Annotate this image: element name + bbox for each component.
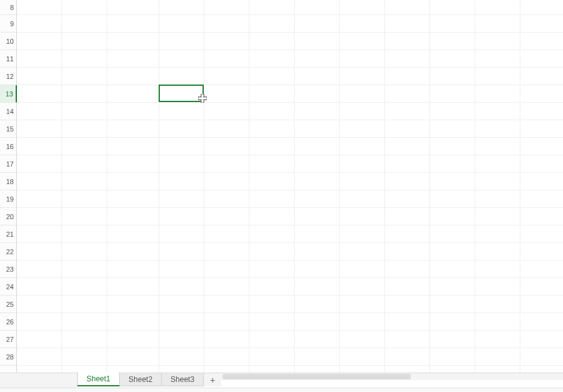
sheet-tab-sheet1[interactable]: Sheet1	[77, 372, 120, 386]
cell[interactable]	[159, 68, 204, 85]
cell[interactable]	[159, 348, 204, 366]
row-header[interactable]: 18	[0, 173, 17, 190]
row-header[interactable]: 13	[0, 85, 17, 103]
cell[interactable]	[17, 260, 62, 278]
row-header[interactable]: 15	[0, 120, 17, 138]
row-header[interactable]: 10	[0, 33, 17, 50]
cell[interactable]	[107, 190, 159, 208]
cell[interactable]	[62, 85, 107, 103]
cell[interactable]	[17, 120, 62, 138]
row-header[interactable]: 17	[0, 155, 17, 173]
cell[interactable]	[250, 138, 295, 155]
cell[interactable]	[475, 103, 520, 120]
cell[interactable]	[295, 190, 340, 208]
cell[interactable]	[520, 120, 563, 138]
cell[interactable]	[62, 225, 107, 243]
cell[interactable]	[430, 278, 475, 296]
cell[interactable]	[520, 278, 563, 296]
cell[interactable]	[475, 331, 520, 348]
cell[interactable]	[340, 0, 385, 15]
cell[interactable]	[250, 15, 295, 33]
cell[interactable]	[385, 138, 430, 155]
cell[interactable]	[385, 103, 430, 120]
cell[interactable]	[385, 155, 430, 173]
cell[interactable]	[430, 313, 475, 331]
cell[interactable]	[250, 366, 295, 373]
cell[interactable]	[17, 103, 62, 120]
cell[interactable]	[430, 50, 475, 68]
cell[interactable]	[295, 296, 340, 313]
cell[interactable]	[520, 0, 563, 15]
cell[interactable]	[17, 85, 62, 103]
cell[interactable]	[430, 85, 475, 103]
cell[interactable]	[385, 366, 430, 373]
cell[interactable]	[475, 68, 520, 85]
cell[interactable]	[107, 296, 159, 313]
cell[interactable]	[430, 0, 475, 15]
cell[interactable]	[295, 260, 340, 278]
cell[interactable]	[430, 68, 475, 85]
cell[interactable]	[204, 225, 250, 243]
add-sheet-button[interactable]: +	[204, 373, 221, 386]
cell[interactable]	[340, 33, 385, 50]
cell[interactable]	[62, 348, 107, 366]
cell[interactable]	[385, 0, 430, 15]
cell[interactable]	[107, 208, 159, 225]
cell[interactable]	[475, 348, 520, 366]
cell[interactable]	[204, 366, 250, 373]
cell[interactable]	[159, 50, 204, 68]
cell[interactable]	[204, 190, 250, 208]
cell[interactable]	[17, 173, 62, 190]
cell[interactable]	[204, 33, 250, 50]
cell[interactable]	[204, 155, 250, 173]
cell[interactable]	[159, 190, 204, 208]
cell[interactable]	[475, 296, 520, 313]
cell[interactable]	[475, 85, 520, 103]
cell[interactable]	[250, 85, 295, 103]
cell[interactable]	[159, 260, 204, 278]
cell[interactable]	[520, 366, 563, 373]
cell[interactable]	[250, 278, 295, 296]
cell[interactable]	[250, 348, 295, 366]
cell[interactable]	[17, 225, 62, 243]
cell[interactable]	[385, 68, 430, 85]
cell[interactable]	[62, 33, 107, 50]
cell[interactable]	[250, 155, 295, 173]
cell[interactable]	[475, 138, 520, 155]
cell[interactable]	[62, 155, 107, 173]
cell[interactable]	[430, 190, 475, 208]
cell[interactable]	[250, 120, 295, 138]
row-header[interactable]	[0, 366, 17, 373]
cell[interactable]	[204, 260, 250, 278]
cell[interactable]	[204, 296, 250, 313]
cell[interactable]	[340, 260, 385, 278]
cell[interactable]	[430, 243, 475, 260]
cell[interactable]	[385, 208, 430, 225]
cell[interactable]	[475, 225, 520, 243]
cell[interactable]	[520, 208, 563, 225]
cell[interactable]	[17, 15, 62, 33]
cell[interactable]	[17, 366, 62, 373]
cell[interactable]	[62, 313, 107, 331]
cell[interactable]	[107, 243, 159, 260]
cell[interactable]	[107, 225, 159, 243]
cell[interactable]	[295, 120, 340, 138]
cell[interactable]	[475, 313, 520, 331]
cell[interactable]	[62, 173, 107, 190]
cell[interactable]	[520, 138, 563, 155]
cell[interactable]	[385, 120, 430, 138]
cell[interactable]	[340, 50, 385, 68]
cell[interactable]	[17, 50, 62, 68]
cell[interactable]	[204, 50, 250, 68]
row-header[interactable]: 16	[0, 138, 17, 155]
cell[interactable]	[475, 260, 520, 278]
cell[interactable]	[340, 68, 385, 85]
cell[interactable]	[385, 173, 430, 190]
cell[interactable]	[250, 173, 295, 190]
cell[interactable]	[340, 331, 385, 348]
cell[interactable]	[475, 208, 520, 225]
cell[interactable]	[340, 225, 385, 243]
cell[interactable]	[159, 243, 204, 260]
horizontal-scrollbar[interactable]	[221, 373, 563, 380]
row-header[interactable]: 27	[0, 331, 17, 348]
